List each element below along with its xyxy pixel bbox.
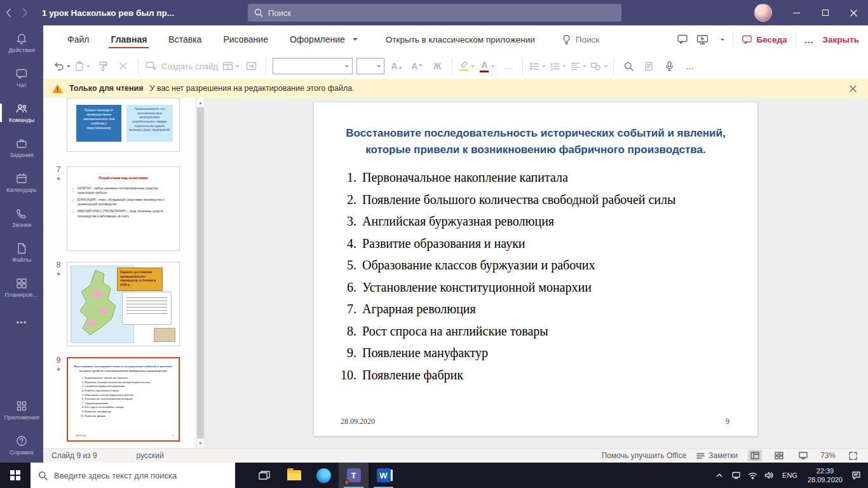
find-icon[interactable] (619, 57, 638, 76)
reset-slide-icon[interactable] (241, 57, 261, 76)
zoom-level[interactable]: 73% (820, 451, 836, 460)
tab-design[interactable]: Оформление (288, 27, 346, 52)
editor-icon[interactable] (639, 57, 658, 76)
feedback-link[interactable]: Помочь улучшить Office (602, 451, 686, 460)
slide-list-item: Появление большого количества свободной … (360, 193, 757, 207)
thumbnails-scrollbar[interactable]: ▲ ▼ (196, 98, 205, 448)
thumb7-bullets: КАПИТАЛ – любые денежные или материальны… (78, 186, 174, 219)
scroll-down-icon[interactable]: ▼ (196, 438, 205, 448)
teams-titlebar: 1 урок Насколько рев был пр... (0, 0, 868, 25)
comments-icon[interactable] (677, 34, 688, 45)
dictate-icon[interactable] (660, 57, 679, 76)
current-slide[interactable]: Восстановите последовательность историче… (313, 102, 758, 437)
grow-font-icon[interactable]: А (387, 57, 406, 76)
paste-icon[interactable] (73, 57, 92, 76)
ribbon-tabs-chevron-icon[interactable] (353, 38, 358, 43)
slide-sorter-view-button[interactable] (772, 450, 786, 461)
shrink-font-icon[interactable]: А (407, 57, 426, 76)
slideshow-view-button[interactable] (796, 450, 810, 461)
keyboard-language[interactable]: ENG (777, 471, 803, 479)
toolbar-more-icon[interactable]: … (680, 57, 699, 76)
action-center-icon[interactable] (848, 463, 864, 488)
sidebar-item-more[interactable]: ••• (0, 305, 43, 340)
forward-icon[interactable] (17, 0, 33, 25)
sidebar-item-teams[interactable]: Команды (0, 95, 43, 130)
fit-slide-button[interactable] (846, 450, 860, 461)
new-slide-button[interactable]: Создать слайд (146, 61, 218, 71)
tab-file[interactable]: Файл (66, 27, 90, 52)
scrollbar-thumb[interactable] (197, 107, 204, 438)
highlight-color-icon[interactable] (458, 57, 477, 76)
tell-me-button[interactable]: Поиск (562, 34, 599, 44)
more-font-options-icon[interactable]: … (498, 57, 517, 76)
align-icon[interactable] (569, 57, 588, 76)
language-indicator[interactable]: русский (137, 451, 164, 460)
undo-icon[interactable] (53, 57, 72, 76)
files-icon (15, 242, 28, 255)
teams-app-button[interactable]: T (339, 463, 369, 488)
word-app-button[interactable]: W (369, 463, 398, 488)
layout-icon[interactable] (221, 57, 240, 76)
tab-insert[interactable]: Вставка (167, 27, 203, 52)
open-in-desktop-button[interactable]: Открыть в классическом приложении (386, 35, 535, 44)
close-window-button[interactable] (839, 0, 868, 25)
font-size-select[interactable] (356, 58, 384, 74)
network-icon[interactable] (728, 463, 744, 488)
sidebar-item-calendar[interactable]: Календарь (0, 165, 43, 200)
maximize-button[interactable] (811, 0, 839, 25)
scroll-up-icon[interactable]: ▲ (196, 98, 205, 107)
taskbar-search-input[interactable] (54, 471, 227, 480)
banner-close-icon[interactable] (850, 85, 859, 92)
ribbon-more-button[interactable]: … (804, 34, 815, 45)
slide-list-item: Установление конституционной монархии (360, 280, 757, 295)
thumb9-title: Восстановите последовательность историче… (73, 365, 173, 373)
task-view-button[interactable] (249, 463, 279, 488)
taskbar-clock[interactable]: 22:39 28.09.2020 (803, 466, 848, 485)
teams-search-box[interactable] (248, 4, 621, 22)
browser-button[interactable] (309, 463, 339, 488)
notes-button[interactable]: Заметки (696, 451, 738, 460)
sidebar-item-calls[interactable]: Звонки (0, 200, 43, 235)
bullets-icon[interactable] (528, 57, 547, 76)
present-icon[interactable] (696, 34, 709, 45)
thumb8-title-box: Оцените достижения промышленного перевор… (117, 268, 163, 291)
bold-icon[interactable]: Ж (428, 57, 447, 76)
thumbnail-slide-8[interactable]: Оцените достижения промышленного перевор… (67, 262, 180, 346)
sidebar-item-apps[interactable]: Приложения (0, 393, 43, 428)
tray-expand-icon[interactable] (711, 463, 728, 488)
bell-icon (15, 32, 28, 45)
slide-canvas[interactable]: Восстановите последовательность историче… (206, 98, 868, 448)
tab-draw[interactable]: Рисование (222, 27, 269, 52)
thumbnail-slide-9-selected[interactable]: Восстановите последовательность историче… (67, 357, 180, 442)
volume-icon[interactable] (761, 463, 777, 488)
back-icon[interactable] (0, 0, 17, 25)
sidebar-item-help[interactable]: Справка (0, 428, 43, 463)
delete-icon[interactable] (114, 57, 133, 76)
briefcase-icon (15, 137, 28, 150)
sidebar-item-chat[interactable]: Чат (0, 60, 43, 95)
tab-home[interactable]: Главная (109, 27, 148, 52)
close-file-button[interactable]: Закрыть (823, 35, 859, 44)
file-explorer-button[interactable] (279, 463, 309, 488)
teams-search-input[interactable] (268, 8, 615, 18)
sidebar-item-activity[interactable]: Действия (0, 25, 43, 60)
sidebar-item-assignments[interactable]: Задания (0, 130, 43, 165)
taskbar-search[interactable] (31, 463, 235, 488)
numbering-icon[interactable] (548, 57, 567, 76)
format-painter-icon[interactable] (93, 57, 112, 76)
thumbnail-slide-7[interactable]: Поработаем над понятиями КАПИТАЛ – любые… (67, 166, 180, 251)
font-name-select[interactable] (273, 58, 353, 74)
normal-view-button[interactable] (748, 450, 762, 461)
start-button[interactable] (0, 463, 31, 488)
wifi-icon[interactable] (744, 463, 761, 488)
sidebar-item-planner[interactable]: Планиров… (0, 270, 43, 305)
present-dropdown-icon[interactable] (721, 39, 724, 43)
calendar-icon (15, 172, 28, 185)
shapes-icon[interactable] (589, 57, 608, 76)
minimize-button[interactable] (782, 0, 811, 25)
thumbnail-slide-6[interactable]: Процесс перехода от преимущественно земл… (67, 98, 180, 152)
sidebar-item-files[interactable]: Файлы (0, 235, 43, 270)
font-color-icon[interactable]: А (478, 57, 497, 76)
conversation-button[interactable]: Беседа (742, 34, 787, 45)
user-avatar[interactable] (754, 4, 772, 22)
